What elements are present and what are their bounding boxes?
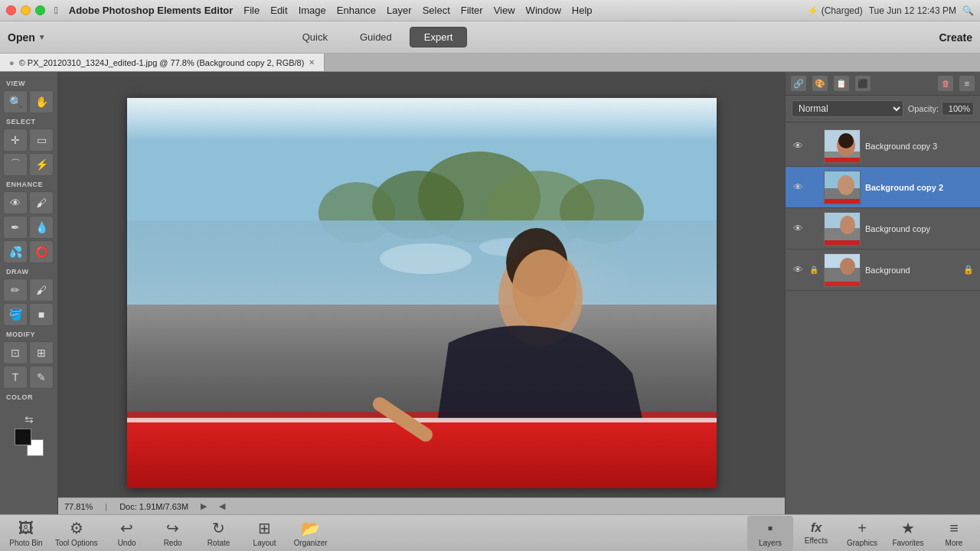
zoom-tool[interactable]: 🔍 xyxy=(3,90,28,113)
layer-effects-button[interactable]: 🎨 xyxy=(812,75,828,92)
redo-label: Redo xyxy=(164,539,182,547)
magic-wand-tool[interactable]: ⚡ xyxy=(29,153,54,176)
swap-colors-icon[interactable]: ⇆ xyxy=(24,413,34,425)
menu-apple[interactable]:  xyxy=(54,5,58,16)
menu-file[interactable]: File xyxy=(243,5,260,16)
new-layer-button[interactable]: 📋 xyxy=(833,75,850,92)
view-section-label: VIEW xyxy=(3,77,54,89)
open-button[interactable]: Open ▼ xyxy=(8,31,46,44)
status-arrow-right[interactable]: ▶ xyxy=(201,501,207,511)
delete-layer-button[interactable]: 🗑 xyxy=(937,75,954,92)
hand-tool[interactable]: ✋ xyxy=(29,90,54,113)
menu-filter[interactable]: Filter xyxy=(461,5,483,16)
transform-tool[interactable]: ⊞ xyxy=(29,341,54,364)
organizer-button[interactable]: 📂 Organizer xyxy=(288,516,334,551)
menu-select[interactable]: Select xyxy=(423,5,450,16)
layer-item[interactable]: 👁 🔒 Background 🔒 xyxy=(786,249,980,291)
pencil-tool[interactable]: ✏ xyxy=(3,279,28,302)
layout-button[interactable]: ⊞ Layout xyxy=(242,516,288,551)
battery-icon: ⚡ (Charged) xyxy=(807,5,862,16)
svg-point-19 xyxy=(838,133,854,148)
blend-mode-select[interactable]: Normal xyxy=(792,100,903,117)
menu-help[interactable]: Help xyxy=(572,5,593,16)
blur-tool[interactable]: 💧 xyxy=(29,216,54,239)
brush-tool[interactable]: 🖌 xyxy=(29,279,54,302)
mode-expert[interactable]: Expert xyxy=(410,27,468,47)
rectangle-tool[interactable]: ■ xyxy=(29,303,54,326)
layer-item[interactable]: 👁 Background copy 2 xyxy=(786,167,980,208)
menu-edit[interactable]: Edit xyxy=(270,5,287,16)
rotate-icon: ↻ xyxy=(212,519,225,537)
menu-image[interactable]: Image xyxy=(299,5,326,16)
sponge-tool[interactable]: 💦 xyxy=(3,240,28,263)
svg-point-7 xyxy=(380,243,472,274)
layout-icon: ⊞ xyxy=(258,519,271,537)
layer-visibility-toggle[interactable]: 👁 xyxy=(792,140,804,152)
type-tool[interactable]: T xyxy=(3,366,28,389)
undo-icon: ↩ xyxy=(120,519,133,537)
layer-visibility-toggle[interactable]: 👁 xyxy=(792,264,804,276)
canvas-area[interactable]: 77.81% | Doc: 1.91M/7.63M ▶ ◀ xyxy=(58,72,785,514)
menu-window[interactable]: Window xyxy=(526,5,561,16)
organizer-icon: 📂 xyxy=(301,519,320,537)
search-icon[interactable]: 🔍 xyxy=(962,5,974,16)
color-section-label: COLOR xyxy=(3,390,54,403)
menu-app-name[interactable]: Adobe Photoshop Elements Editor xyxy=(69,5,234,16)
minimize-button[interactable] xyxy=(21,5,31,15)
undo-button[interactable]: ↩ Undo xyxy=(104,516,150,551)
open-dropdown-icon[interactable]: ▼ xyxy=(38,33,46,41)
favorites-button[interactable]: ★ Favorites xyxy=(885,516,931,551)
favorites-icon: ★ xyxy=(901,519,915,537)
favorites-label: Favorites xyxy=(892,539,923,547)
photo-bin-button[interactable]: 🖼 Photo Bin xyxy=(3,516,49,551)
crop-tool[interactable]: ⊡ xyxy=(3,341,28,364)
layer-thumbnail xyxy=(824,171,861,204)
dodge-tool[interactable]: ⭕ xyxy=(29,240,54,263)
maximize-button[interactable] xyxy=(35,5,45,15)
eye-tool[interactable]: 👁 xyxy=(3,191,28,214)
effects-button[interactable]: fx Effects xyxy=(793,516,839,551)
layer-thumbnail xyxy=(824,129,861,163)
link-layers-button[interactable]: 🔗 xyxy=(790,75,807,92)
move-tool[interactable]: ✛ xyxy=(3,129,28,152)
menu-layer[interactable]: Layer xyxy=(387,5,412,16)
new-fill-layer-button[interactable]: ⬛ xyxy=(854,75,871,92)
menu-view[interactable]: View xyxy=(494,5,515,16)
mode-guided[interactable]: Guided xyxy=(345,27,407,47)
menu-enhance[interactable]: Enhance xyxy=(337,5,376,16)
redo-button[interactable]: ↪ Redo xyxy=(150,516,196,551)
photo-bin-label: Photo Bin xyxy=(9,539,42,547)
color-section: ⇆ xyxy=(3,410,54,462)
layer-item[interactable]: 👁 Background copy 3 xyxy=(786,126,980,167)
foreground-color-box[interactable] xyxy=(15,429,31,445)
modify-section-label: MODIFY xyxy=(3,328,54,340)
opacity-input[interactable] xyxy=(942,102,974,116)
active-tab[interactable]: ● © PX_20120310_1324J_edited-1.jpg @ 77.… xyxy=(0,54,325,71)
paint-bucket-tool[interactable]: 🪣 xyxy=(3,303,28,326)
graphics-button[interactable]: + Graphics xyxy=(839,516,885,551)
rotate-button[interactable]: ↻ Rotate xyxy=(196,516,242,551)
create-button[interactable]: Create xyxy=(939,31,972,44)
tool-options-button[interactable]: ⚙ Tool Options xyxy=(49,516,104,551)
marquee-tool[interactable]: ▭ xyxy=(29,129,54,152)
svg-point-31 xyxy=(840,258,855,275)
layer-visibility-toggle[interactable]: 👁 xyxy=(792,181,804,193)
organizer-label: Organizer xyxy=(294,539,328,547)
canvas-image[interactable] xyxy=(127,98,717,488)
text-tool[interactable]: ✎ xyxy=(29,366,54,389)
svg-point-27 xyxy=(840,216,855,234)
healing-tool[interactable]: 🖌 xyxy=(29,191,54,214)
close-button[interactable] xyxy=(6,5,16,15)
layer-options-button[interactable]: ≡ xyxy=(959,75,975,92)
lasso-tool[interactable]: ⌒ xyxy=(3,153,28,176)
layer-item[interactable]: 👁 Background copy xyxy=(786,208,980,249)
more-button[interactable]: ≡ More xyxy=(931,516,977,551)
mode-quick[interactable]: Quick xyxy=(288,27,342,47)
status-scroll[interactable]: ◀ xyxy=(219,501,225,511)
canvas-status: 77.81% | Doc: 1.91M/7.63M ▶ ◀ xyxy=(58,497,785,514)
layers-button[interactable]: ▪ Layers xyxy=(747,516,793,551)
layer-controls: Normal Opacity: xyxy=(786,96,980,122)
clone-tool[interactable]: ✒ xyxy=(3,216,28,239)
layer-visibility-toggle[interactable]: 👁 xyxy=(792,223,804,234)
tab-close-icon[interactable]: ✕ xyxy=(309,58,315,67)
